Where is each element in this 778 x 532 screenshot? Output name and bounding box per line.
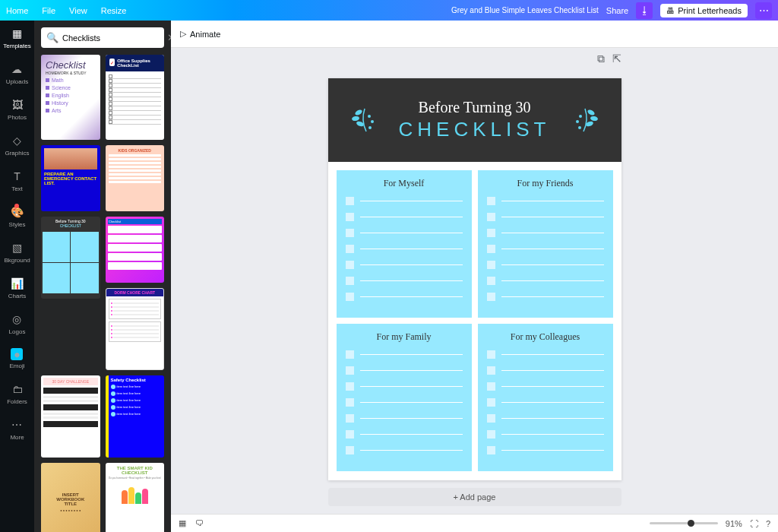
- rail-label: More: [10, 434, 24, 441]
- thumb-title: THE SMART KID CHECKLIST: [109, 466, 162, 475]
- thumb-title: Checklist: [46, 59, 96, 71]
- checklist-cell-colleagues[interactable]: For my Colleagues: [478, 324, 613, 471]
- template-thumb[interactable]: THE SMART KID CHECKLIST Do you homework …: [106, 463, 165, 532]
- rail-label: Text: [11, 185, 23, 192]
- svg-point-0: [354, 109, 363, 116]
- search-row: 🔍 ✕ ☰: [34, 21, 171, 55]
- bottom-left-controls: ▦ 🗨: [179, 518, 204, 528]
- thumb-title: Office Supplies CheckList: [117, 59, 160, 68]
- leaf-decor-right: [570, 105, 600, 135]
- rail-label: Emoji: [9, 363, 24, 369]
- rail-emoji[interactable]: ☻ Emoji: [9, 348, 24, 369]
- help-icon[interactable]: ?: [766, 519, 770, 528]
- animate-button[interactable]: ▷ Animate: [180, 29, 220, 39]
- app-body: ▦ Templates ☁ Uploads 🖼 Photos ◇ Graphic…: [0, 21, 778, 532]
- checklist-cell-family[interactable]: For my Family: [337, 324, 472, 471]
- template-thumb[interactable]: Before Turning 30CHECKLIST: [41, 217, 100, 299]
- zoom-slider[interactable]: [650, 522, 718, 524]
- doc-title-line1[interactable]: Before Turning 30: [399, 99, 551, 116]
- rail-graphics[interactable]: ◇ Graphics: [5, 134, 29, 157]
- leaf-decor-left: [349, 105, 380, 135]
- slider-thumb[interactable]: [688, 520, 694, 527]
- notes-icon[interactable]: 🗨: [195, 518, 204, 528]
- print-letterheads-button[interactable]: 🖶 Print Letterheads: [660, 4, 748, 17]
- template-thumb[interactable]: INSERT WORKBOOK TITLE ● ● ● ● ● ● ● ●: [41, 463, 100, 532]
- rail-logos[interactable]: ◎ Logos: [9, 312, 26, 335]
- rail-label: Photos: [8, 114, 27, 121]
- svg-point-11: [578, 126, 581, 129]
- view-menu[interactable]: View: [69, 6, 87, 15]
- rail-photos[interactable]: 🖼 Photos: [8, 98, 27, 121]
- duplicate-page-icon[interactable]: ⧉: [597, 52, 605, 65]
- emoji-icon: ☻: [11, 348, 23, 360]
- svg-point-6: [587, 109, 596, 116]
- template-thumb[interactable]: Checklist HOMEWORK & STUDY Math Science …: [41, 55, 100, 140]
- grid-view-icon[interactable]: ▦: [179, 518, 186, 528]
- rail-uploads[interactable]: ☁ Uploads: [6, 62, 28, 85]
- cell-title: For my Friends: [487, 178, 604, 189]
- share-button[interactable]: Share: [606, 6, 628, 15]
- title-block: Before Turning 30 CHECKLIST: [399, 99, 551, 141]
- rail-more[interactable]: ⋯ More: [10, 418, 24, 441]
- search-input[interactable]: [62, 33, 167, 43]
- more-button[interactable]: ⋯: [755, 2, 772, 19]
- cell-title: For my Colleagues: [487, 331, 604, 343]
- design-page[interactable]: Before Turning 30 CHECKLIST For Myself: [328, 78, 621, 480]
- template-thumb[interactable]: DORM CHORE CHART: [106, 288, 165, 370]
- svg-point-3: [368, 115, 371, 118]
- animate-label: Animate: [190, 30, 220, 39]
- download-button[interactable]: ⭳: [636, 2, 653, 19]
- print-label: Print Letterheads: [678, 6, 742, 15]
- thumb-title: Safety Checklist: [111, 378, 163, 382]
- zoom-level[interactable]: 91%: [726, 519, 742, 528]
- template-thumb[interactable]: ✓Office Supplies CheckList: [106, 55, 165, 140]
- rail-label: Templates: [3, 43, 30, 49]
- resize-menu[interactable]: Resize: [101, 6, 127, 15]
- template-thumbnails[interactable]: Checklist HOMEWORK & STUDY Math Science …: [34, 55, 171, 532]
- template-thumb[interactable]: PREPARE AN EMERGENCY CONTACT LIST.: [41, 145, 100, 211]
- template-thumb[interactable]: Safety Checklist item text line here ite…: [106, 375, 165, 458]
- bottom-right-controls: 91% ⛶ ?: [650, 519, 770, 528]
- search-icon: 🔍: [46, 32, 59, 43]
- rail-styles[interactable]: 🎨 Styles: [9, 205, 26, 228]
- svg-point-4: [371, 120, 374, 123]
- home-menu[interactable]: Home: [6, 6, 28, 15]
- folders-icon: 🗀: [11, 382, 24, 396]
- rail-charts[interactable]: 📊 Charts: [8, 277, 27, 299]
- doc-header: Before Turning 30 CHECKLIST: [328, 78, 621, 162]
- charts-icon: 📊: [11, 277, 24, 290]
- rail-background[interactable]: ▧ Bkground: [4, 241, 30, 264]
- animate-icon: ▷: [180, 29, 186, 39]
- add-page-button[interactable]: + Add page: [328, 488, 621, 506]
- file-menu[interactable]: File: [42, 6, 55, 15]
- canvas-scroll[interactable]: Before Turning 30 CHECKLIST For Myself: [171, 48, 778, 514]
- search-box: 🔍 ✕ ☰: [41, 27, 164, 48]
- document-title[interactable]: Grey and Blue Simple Leaves Checklist Li…: [451, 6, 599, 14]
- rail-label: Bkground: [4, 257, 30, 264]
- rail-label: Charts: [8, 293, 27, 299]
- templates-panel: 🔍 ✕ ☰ Checklist HOMEWORK & STUDY Math Sc…: [34, 21, 171, 532]
- svg-point-5: [368, 126, 372, 129]
- share-page-icon[interactable]: ⇱: [612, 52, 621, 65]
- template-thumb[interactable]: 30 DAY CHALLENGE: [41, 375, 100, 458]
- uploads-icon: ☁: [10, 62, 24, 76]
- rail-label: Logos: [9, 328, 26, 335]
- checklist-cell-myself[interactable]: For Myself: [337, 170, 472, 318]
- template-thumb[interactable]: KIDS ORGANIZED: [106, 145, 165, 211]
- doc-title-line2[interactable]: CHECKLIST: [399, 118, 551, 141]
- canvas-area: ▷ Animate ⧉ ⇱ Before Turning 30 CHECKLIS…: [171, 21, 778, 532]
- download-icon: ⭳: [640, 5, 650, 16]
- print-icon: 🖶: [666, 6, 675, 15]
- bottom-bar: ▦ 🗨 91% ⛶ ?: [171, 514, 778, 532]
- fullscreen-icon[interactable]: ⛶: [750, 519, 758, 528]
- svg-point-10: [576, 120, 579, 123]
- thumb-title: DORM CHORE CHART: [106, 289, 164, 296]
- template-thumb[interactable]: Checklist: [106, 217, 164, 283]
- canvas-toolbar: ▷ Animate: [171, 21, 778, 48]
- thumb-title: 30 DAY CHALLENGE: [43, 378, 98, 385]
- svg-point-7: [590, 116, 598, 122]
- rail-templates[interactable]: ▦ Templates: [3, 27, 30, 49]
- checklist-cell-friends[interactable]: For my Friends: [478, 170, 613, 318]
- rail-folders[interactable]: 🗀 Folders: [7, 382, 27, 405]
- rail-text[interactable]: T Text: [11, 169, 24, 192]
